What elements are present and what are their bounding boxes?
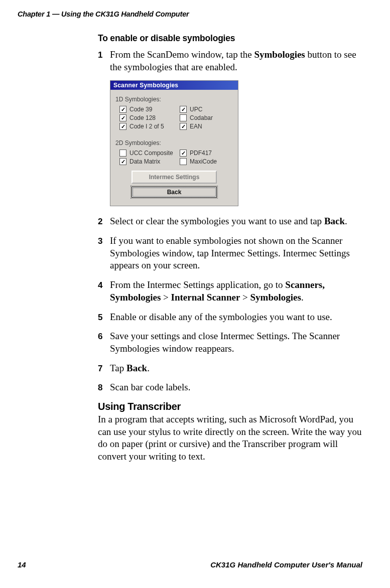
step-text: Scan bar code labels. xyxy=(110,381,362,394)
step-text: From the ScanDemo window, tap the xyxy=(110,49,254,60)
checkbox-code128[interactable]: Code 128 xyxy=(119,114,176,121)
step-number: 6 xyxy=(98,330,110,355)
step-1: 1 From the ScanDemo window, tap the Symb… xyxy=(98,49,362,73)
step-3: 3 If you want to enable symbologies not … xyxy=(98,235,362,272)
step-number: 1 xyxy=(98,49,110,73)
check-icon xyxy=(180,150,187,157)
checkbox-label: Data Matrix xyxy=(129,158,160,165)
checkbox-label: Codabar xyxy=(190,114,213,121)
check-icon xyxy=(119,123,126,130)
group-label-1d: 1D Symbologies: xyxy=(115,96,233,103)
step-text: Select or clear the symbologies you want… xyxy=(110,216,324,226)
check-icon xyxy=(119,158,126,165)
step-bold: Back xyxy=(324,216,345,226)
step-number: 3 xyxy=(98,235,110,272)
check-icon xyxy=(119,106,126,113)
checkbox-ean[interactable]: EAN xyxy=(180,123,213,130)
chapter-header: Chapter 1 — Using the CK31G Handheld Com… xyxy=(18,10,362,18)
footer-doc-title: CK31G Handheld Computer User's Manual xyxy=(210,560,362,569)
checkbox-label: MaxiCode xyxy=(190,158,217,165)
window-titlebar: Scanner Symbologies xyxy=(110,81,238,90)
checkbox-label: Code I 2 of 5 xyxy=(129,123,164,130)
step-text: > xyxy=(161,292,171,303)
step-number: 7 xyxy=(98,362,110,375)
step-text: If you want to enable symbologies not sh… xyxy=(110,235,362,272)
step-text: . xyxy=(147,363,150,373)
checkbox-label: UPC xyxy=(190,106,202,113)
intermec-settings-button[interactable]: Intermec Settings xyxy=(132,171,217,184)
check-icon xyxy=(180,114,187,121)
check-icon xyxy=(180,123,187,130)
step-8: 8 Scan bar code labels. xyxy=(98,381,362,394)
checkbox-maxicode[interactable]: MaxiCode xyxy=(180,158,217,165)
scanner-symbologies-window: Scanner Symbologies 1D Symbologies: Code… xyxy=(110,80,238,206)
checkbox-codei2of5[interactable]: Code I 2 of 5 xyxy=(119,123,176,130)
back-button[interactable]: Back xyxy=(132,187,217,198)
step-text: Enable or disable any of the symbologies… xyxy=(110,311,362,324)
step-text: . xyxy=(301,292,304,303)
step-text: Tap xyxy=(110,363,126,373)
step-bold: Internal Scanner xyxy=(171,292,240,303)
step-4: 4 From the Intermec Settings application… xyxy=(98,279,362,304)
step-7: 7 Tap Back. xyxy=(98,362,362,375)
step-text: . xyxy=(345,216,347,226)
step-number: 4 xyxy=(98,279,110,304)
check-icon xyxy=(119,114,126,121)
checkbox-label: PDF417 xyxy=(190,150,212,157)
check-icon xyxy=(119,150,126,157)
step-bold: Symbologies xyxy=(250,292,301,303)
step-text: From the Intermec Settings application, … xyxy=(110,279,285,290)
step-text: Save your settings and close Intermec Se… xyxy=(110,330,362,355)
step-6: 6 Save your settings and close Intermec … xyxy=(98,330,362,355)
step-5: 5 Enable or disable any of the symbologi… xyxy=(98,311,362,324)
checkbox-label: Code 39 xyxy=(129,106,152,113)
step-bold: Symbologies xyxy=(254,49,305,60)
checkbox-label: Code 128 xyxy=(129,114,156,121)
checkbox-ucc-composite[interactable]: UCC Composite xyxy=(119,150,176,157)
checkbox-pdf417[interactable]: PDF417 xyxy=(180,150,217,157)
body-paragraph: In a program that accepts writing, such … xyxy=(98,413,362,463)
step-bold: Back xyxy=(126,363,147,373)
checkbox-code39[interactable]: Code 39 xyxy=(119,106,176,113)
checkbox-label: UCC Composite xyxy=(129,150,173,157)
page-number: 14 xyxy=(18,560,26,569)
checkbox-data-matrix[interactable]: Data Matrix xyxy=(119,158,176,165)
step-number: 2 xyxy=(98,215,110,228)
step-number: 5 xyxy=(98,311,110,324)
step-text: > xyxy=(240,292,250,303)
checkbox-codabar[interactable]: Codabar xyxy=(180,114,213,121)
section-heading-transcriber: Using Transcriber xyxy=(98,401,362,412)
step-2: 2 Select or clear the symbologies you wa… xyxy=(98,215,362,228)
checkbox-upc[interactable]: UPC xyxy=(180,106,213,113)
check-icon xyxy=(180,158,187,165)
checkbox-label: EAN xyxy=(190,123,202,130)
procedure-heading: To enable or disable symbologies xyxy=(98,33,362,44)
check-icon xyxy=(180,106,187,113)
step-number: 8 xyxy=(98,381,110,394)
group-label-2d: 2D Symbologies: xyxy=(115,139,233,146)
